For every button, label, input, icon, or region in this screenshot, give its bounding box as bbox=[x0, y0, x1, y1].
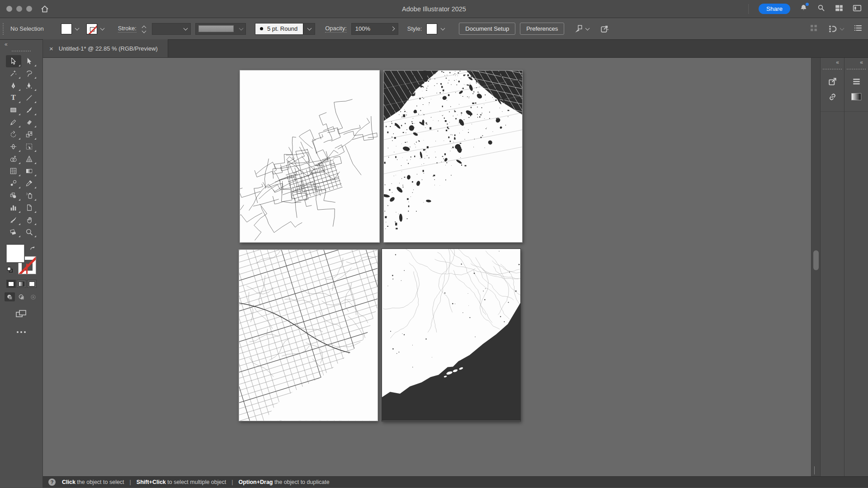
isolate-mode-control[interactable] bbox=[573, 24, 589, 34]
type-tool[interactable]: T bbox=[6, 92, 21, 104]
slice-tool[interactable] bbox=[6, 214, 21, 226]
eraser-tool[interactable] bbox=[22, 116, 37, 128]
style-swatch[interactable] bbox=[426, 23, 437, 34]
selection-tool[interactable] bbox=[6, 55, 21, 67]
rotate-tool[interactable] bbox=[6, 128, 21, 141]
preferences-button[interactable]: Preferences bbox=[520, 23, 564, 35]
tools-grip[interactable] bbox=[12, 51, 31, 52]
home-icon[interactable] bbox=[40, 5, 49, 14]
swap-fill-stroke-icon[interactable] bbox=[29, 245, 35, 253]
tab-title: Untitled-1* @ 22.85 % (RGB/Preview) bbox=[59, 45, 158, 52]
mesh-tool[interactable] bbox=[6, 165, 21, 177]
perspective-grid-tool[interactable] bbox=[22, 153, 37, 165]
window-zoom-button[interactable] bbox=[26, 6, 32, 12]
edit-toolbar-ellipsis-icon[interactable] bbox=[17, 331, 26, 333]
export-document-icon[interactable] bbox=[600, 24, 609, 33]
pencil-tool[interactable] bbox=[6, 116, 21, 128]
artboard-tool[interactable] bbox=[22, 202, 37, 214]
print-tiling-tool[interactable] bbox=[6, 226, 21, 238]
touch-workspace-icon[interactable] bbox=[810, 24, 818, 34]
draw-normal-icon[interactable] bbox=[5, 292, 15, 301]
isolate-mode-icon bbox=[573, 24, 583, 34]
color-mode-button[interactable] bbox=[6, 280, 16, 288]
scroll-down-icon[interactable] bbox=[814, 466, 815, 474]
stroke-profile-dropdown[interactable] bbox=[195, 23, 246, 35]
opacity-submenu-arrow[interactable] bbox=[390, 27, 395, 31]
stroke-color-dropdown[interactable] bbox=[98, 23, 107, 35]
rectangle-tool[interactable] bbox=[6, 104, 21, 116]
dock2-grip[interactable] bbox=[847, 69, 866, 70]
artboard-hydrology-coastline-map[interactable] bbox=[382, 249, 521, 422]
tools-collapse-button[interactable]: « bbox=[5, 41, 8, 47]
stroke-label[interactable]: Stroke: bbox=[118, 25, 137, 33]
controlbar-menu-icon[interactable] bbox=[854, 23, 863, 34]
document-setup-button[interactable]: Document Setup bbox=[459, 23, 515, 35]
artboard-road-network-sketch-map[interactable] bbox=[240, 70, 380, 243]
free-transform-tool[interactable] bbox=[22, 141, 37, 153]
none-mode-button[interactable] bbox=[27, 280, 37, 288]
gradient-panel-icon[interactable] bbox=[849, 89, 864, 104]
snap-options-control[interactable] bbox=[828, 24, 844, 33]
magic-wand-tool[interactable] bbox=[6, 67, 21, 80]
snap-options-dropdown[interactable] bbox=[840, 26, 844, 30]
paintbrush-tool[interactable] bbox=[22, 104, 37, 116]
shape-builder-tool[interactable] bbox=[6, 153, 21, 165]
direct-selection-tool[interactable] bbox=[22, 55, 37, 67]
dock1-collapse-button[interactable]: « bbox=[836, 59, 840, 66]
artboard-street-grid-map[interactable] bbox=[239, 249, 378, 421]
line-segment-tool[interactable] bbox=[22, 92, 37, 104]
isolate-mode-dropdown[interactable] bbox=[585, 26, 590, 30]
column-graph-tool[interactable] bbox=[6, 202, 21, 214]
fill-color-dropdown[interactable] bbox=[73, 23, 82, 35]
stroke-width-field[interactable] bbox=[152, 23, 191, 35]
lasso-tool[interactable] bbox=[22, 67, 37, 80]
dock2-collapse-button[interactable]: « bbox=[860, 59, 863, 66]
brush-preset-dropdown[interactable] bbox=[303, 23, 315, 35]
fill-stroke-widget[interactable] bbox=[6, 244, 36, 274]
zoom-tool[interactable] bbox=[22, 226, 37, 238]
style-dropdown[interactable] bbox=[438, 23, 447, 35]
window-minimize-button[interactable] bbox=[16, 6, 22, 12]
symbols-tool[interactable] bbox=[6, 189, 21, 202]
share-button[interactable]: Share bbox=[759, 4, 790, 14]
tab-close-icon[interactable]: × bbox=[49, 45, 53, 52]
notifications-bell-icon[interactable] bbox=[799, 4, 808, 14]
scale-tool[interactable] bbox=[22, 128, 37, 141]
panel-layout-icon[interactable] bbox=[853, 4, 862, 14]
canvas[interactable] bbox=[43, 58, 811, 476]
dock1-grip[interactable] bbox=[823, 69, 842, 70]
brush-preset-button[interactable]: 5 pt. Round bbox=[255, 23, 303, 35]
draw-inside-icon[interactable] bbox=[28, 292, 38, 301]
stroke-width-stepper[interactable] bbox=[141, 25, 147, 33]
fill-indicator[interactable] bbox=[6, 244, 24, 263]
artboard-landcover-speckle-map[interactable] bbox=[383, 70, 523, 243]
search-icon[interactable] bbox=[817, 4, 826, 14]
gradient-tool[interactable] bbox=[22, 165, 37, 177]
eyedropper-tool[interactable] bbox=[22, 177, 37, 189]
stroke-color-swatch[interactable] bbox=[86, 23, 97, 34]
scrollbar-thumb[interactable] bbox=[813, 250, 819, 270]
window-controls[interactable] bbox=[6, 6, 32, 12]
opacity-field[interactable]: 100% bbox=[351, 23, 398, 35]
controlbar-grip[interactable] bbox=[3, 23, 4, 35]
workspace-switcher-icon[interactable] bbox=[835, 4, 844, 14]
help-icon[interactable]: ? bbox=[48, 479, 56, 486]
draw-behind-icon[interactable] bbox=[16, 292, 27, 301]
opacity-label[interactable]: Opacity: bbox=[325, 25, 347, 33]
hand-tool[interactable] bbox=[22, 214, 37, 226]
links-panel-icon[interactable] bbox=[825, 89, 840, 104]
width-tool[interactable] bbox=[6, 141, 21, 153]
curvature-tool[interactable] bbox=[22, 80, 37, 92]
export-panel-icon[interactable] bbox=[825, 74, 840, 89]
default-fill-stroke-icon[interactable] bbox=[7, 267, 14, 273]
menu-panel-icon[interactable] bbox=[849, 74, 864, 89]
pen-tool[interactable] bbox=[6, 80, 21, 92]
symbol-sprayer-tool[interactable] bbox=[22, 189, 37, 202]
blend-tool[interactable] bbox=[6, 177, 21, 189]
vertical-scrollbar[interactable] bbox=[811, 58, 820, 476]
window-close-button[interactable] bbox=[6, 6, 12, 12]
document-tab[interactable]: × Untitled-1* @ 22.85 % (RGB/Preview) bbox=[43, 39, 168, 57]
screen-mode-icon[interactable] bbox=[15, 310, 27, 319]
fill-color-swatch[interactable] bbox=[61, 23, 72, 34]
gradient-mode-button[interactable] bbox=[17, 280, 26, 288]
